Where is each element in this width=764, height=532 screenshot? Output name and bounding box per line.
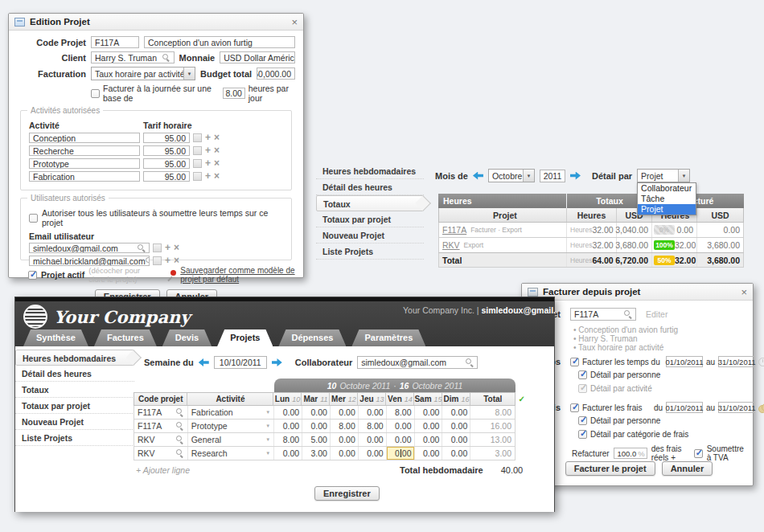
activity-value[interactable]: Fabrication: [191, 407, 233, 417]
fees-from-input[interactable]: 01/10/2011: [666, 402, 703, 413]
add-row-icon[interactable]: +: [205, 133, 211, 142]
project-link[interactable]: RKV: [442, 240, 460, 250]
year-input[interactable]: 2011: [540, 170, 565, 182]
add-line-link[interactable]: + Ajouter ligne: [136, 465, 190, 475]
day-cell[interactable]: 0.00: [415, 447, 443, 460]
currency-input[interactable]: USD Dollar Américain: [220, 51, 295, 63]
fees-detail-category-checkbox[interactable]: [578, 430, 587, 439]
save-template-link[interactable]: Sauvegarder comme modèle de projet par d…: [180, 266, 295, 284]
rebill-percent-input[interactable]: 100.0: [617, 449, 636, 458]
detail-by-select[interactable]: Projet ▼ Collaborateur Tâche Projet: [637, 169, 690, 182]
activity-name-input[interactable]: Recherche: [29, 145, 140, 156]
next-week-arrow-icon[interactable]: [272, 358, 282, 366]
search-icon[interactable]: [146, 257, 150, 265]
user-email[interactable]: simledoux@gmail.: [482, 305, 557, 315]
day-cell[interactable]: 0.00: [359, 447, 387, 460]
day-cell[interactable]: 0.00: [302, 406, 331, 419]
bill-time-checkbox[interactable]: [570, 358, 579, 366]
project-actions-links[interactable]: Export: [464, 241, 484, 249]
project-active-checkbox[interactable]: [28, 271, 37, 280]
day-cell[interactable]: 0.00: [359, 433, 387, 446]
drag-handle-icon[interactable]: [193, 133, 202, 142]
daily-billing-checkbox[interactable]: [91, 89, 100, 98]
fees-to-input[interactable]: 31/10/2011: [718, 402, 755, 413]
sidebar-item-liste-projets[interactable]: Liste Projets: [15, 430, 134, 446]
tab-parametres[interactable]: Paramètres: [351, 329, 425, 346]
day-cell[interactable]: 5.00: [302, 433, 331, 446]
day-cell[interactable]: 0.00: [387, 419, 415, 432]
search-icon[interactable]: [176, 408, 184, 416]
sidebar-item-nouveau-projet[interactable]: Nouveau Projet: [316, 227, 424, 243]
code-value[interactable]: RKV: [138, 435, 155, 444]
time-detail-person-checkbox[interactable]: [578, 370, 587, 379]
project-link[interactable]: F117A: [442, 225, 466, 235]
code-value[interactable]: RKV: [138, 448, 155, 458]
sidebar-item-liste-projets[interactable]: Liste Projets: [316, 243, 424, 260]
daily-hours-input[interactable]: 8.00: [223, 88, 245, 99]
user-email-input[interactable]: simledoux@gmail.com: [29, 243, 150, 253]
user-email-input[interactable]: michael.brickland@gmail.com: [29, 256, 150, 266]
day-cell[interactable]: 8.00: [331, 419, 359, 432]
chevron-down-icon[interactable]: ▼: [265, 410, 270, 415]
activity-name-input[interactable]: Fabrication: [29, 171, 140, 182]
add-row-icon[interactable]: +: [205, 146, 211, 155]
delete-row-icon[interactable]: ×: [214, 172, 220, 181]
time-to-input[interactable]: 31/10/2011: [718, 356, 755, 367]
dropdown-option-collaborateur[interactable]: Collaborateur: [638, 183, 696, 194]
day-cell[interactable]: 0.00: [442, 447, 470, 460]
activity-value[interactable]: General: [191, 435, 221, 444]
delete-row-icon[interactable]: ×: [174, 243, 179, 252]
sidebar-item-totaux-par-projet[interactable]: Totaux par projet: [316, 211, 424, 227]
drag-handle-icon[interactable]: [193, 159, 202, 168]
activity-rate-input[interactable]: 95.00: [143, 158, 190, 169]
tab-devis[interactable]: Devis: [162, 329, 212, 346]
close-icon[interactable]: ×: [741, 287, 747, 297]
chevron-down-icon[interactable]: ▼: [265, 451, 270, 456]
dropdown-option-projet[interactable]: Projet: [638, 204, 696, 215]
add-row-icon[interactable]: +: [205, 172, 211, 181]
day-cell[interactable]: 0.00: [387, 433, 415, 446]
day-cell[interactable]: 8.00: [274, 433, 302, 446]
sidebar-item-detail-des-heures[interactable]: Détail des heures: [15, 366, 134, 382]
tva-checkbox[interactable]: [694, 449, 703, 458]
day-cell[interactable]: 0.00: [359, 406, 387, 419]
activity-name-input[interactable]: Prototype: [29, 158, 140, 169]
project-input[interactable]: F117A: [570, 308, 636, 321]
chevron-down-icon[interactable]: ▼: [265, 424, 270, 428]
code-value[interactable]: F117A: [138, 421, 162, 431]
code-value[interactable]: F117A: [138, 407, 162, 417]
tab-depenses[interactable]: Dépenses: [278, 329, 346, 346]
edit-project-link[interactable]: Editer: [646, 309, 667, 319]
day-cell[interactable]: 0.00: [274, 447, 302, 460]
day-cell[interactable]: 0.00: [274, 406, 302, 419]
save-button[interactable]: Enregistrer: [314, 486, 380, 501]
sidebar-item-totaux[interactable]: Totaux: [316, 195, 424, 211]
cancel-button[interactable]: Annuler: [662, 461, 713, 476]
next-month-arrow-icon[interactable]: [570, 172, 581, 180]
drag-handle-icon[interactable]: [153, 243, 162, 252]
close-icon[interactable]: ×: [291, 17, 298, 27]
tab-projets[interactable]: Projets: [217, 329, 273, 346]
bill-fees-checkbox[interactable]: [570, 403, 579, 412]
day-cell[interactable]: 0.00: [442, 419, 470, 432]
tab-factures[interactable]: Factures: [94, 329, 157, 346]
sidebar-item-detail-des-heures[interactable]: Détail des heures: [316, 179, 424, 195]
day-cell[interactable]: 8.00: [359, 419, 387, 432]
project-actions-links[interactable]: Facturer · Export: [470, 226, 522, 234]
day-cell[interactable]: 3.00: [302, 447, 331, 460]
delete-row-icon[interactable]: ×: [174, 256, 179, 265]
delete-row-icon[interactable]: ×: [214, 133, 220, 142]
sidebar-item-totaux[interactable]: Totaux: [15, 382, 134, 398]
add-row-icon[interactable]: +: [165, 256, 170, 265]
search-icon[interactable]: [624, 310, 632, 318]
day-cell[interactable]: 0.00: [442, 406, 470, 419]
day-cell[interactable]: 0.00: [415, 419, 443, 432]
chevron-down-icon[interactable]: ▼: [265, 437, 270, 442]
sidebar-item-nouveau-projet[interactable]: Nouveau Projet: [15, 414, 134, 430]
budget-input[interactable]: 750,000.00: [257, 68, 295, 80]
dropdown-option-tache[interactable]: Tâche: [638, 194, 696, 204]
activity-rate-input[interactable]: 95.00: [143, 145, 190, 156]
tab-synthese[interactable]: Synthèse: [23, 329, 88, 346]
day-cell[interactable]: 8.00: [387, 406, 415, 419]
activity-value[interactable]: Prototype: [191, 421, 228, 431]
